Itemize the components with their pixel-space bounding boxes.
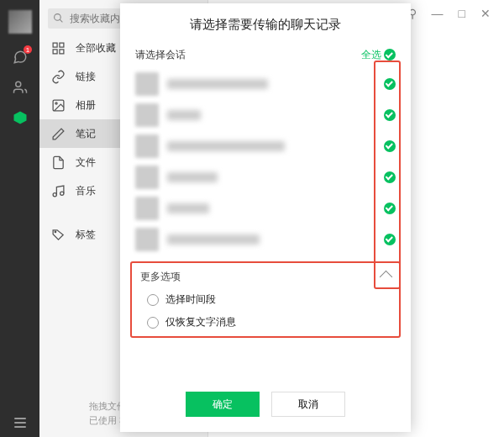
- svg-point-9: [53, 192, 56, 196]
- badge: 1: [24, 45, 32, 54]
- session-item[interactable]: [135, 130, 396, 161]
- tag-icon: [51, 228, 66, 242]
- favorites-icon[interactable]: [0, 103, 39, 133]
- confirm-button[interactable]: 确定: [186, 392, 260, 417]
- svg-rect-4: [60, 43, 64, 47]
- svg-rect-5: [53, 49, 57, 53]
- opt-text-only[interactable]: 仅恢复文字消息: [147, 315, 391, 329]
- svg-point-11: [55, 231, 55, 232]
- sessions-label: 请选择会话: [135, 48, 186, 62]
- file-icon: [51, 155, 66, 170]
- session-item[interactable]: [135, 224, 396, 255]
- more-label: 更多选项: [140, 270, 181, 284]
- app-vertical-bar: 1: [0, 0, 39, 437]
- search-icon: [53, 13, 64, 24]
- svg-point-10: [60, 192, 64, 195]
- svg-rect-3: [53, 43, 57, 47]
- opt-label: 选择时间段: [165, 292, 216, 307]
- session-item[interactable]: [135, 161, 396, 192]
- avatar[interactable]: [8, 10, 32, 34]
- opt-label: 仅恢复文字消息: [165, 315, 236, 329]
- nav-label: 文件: [76, 155, 96, 170]
- nav-label: 相册: [76, 98, 96, 113]
- chevron-up-icon: [380, 271, 393, 284]
- menu-icon[interactable]: [0, 408, 39, 437]
- window-controls: ⚲ — □ ✕: [408, 0, 504, 27]
- check-icon: [384, 140, 396, 152]
- check-icon: [384, 109, 396, 121]
- image-icon: [51, 98, 66, 113]
- transfer-modal: 请选择需要传输的聊天记录 请选择会话 全选 更多选项 选择时间段 仅恢复文字消息…: [120, 3, 411, 432]
- session-list: [120, 65, 411, 256]
- nav-label: 笔记: [76, 127, 96, 141]
- close-icon[interactable]: ✕: [480, 8, 491, 19]
- nav-label: 标签: [76, 228, 96, 242]
- link-icon: [51, 70, 66, 84]
- check-icon: [384, 78, 396, 90]
- radio-icon: [147, 317, 159, 329]
- chat-icon[interactable]: 1: [0, 42, 39, 72]
- svg-point-0: [15, 82, 20, 87]
- maximize-icon[interactable]: □: [459, 8, 465, 19]
- contacts-icon[interactable]: [0, 72, 39, 103]
- nav-label: 全部收藏: [76, 41, 116, 55]
- opt-time-range[interactable]: 选择时间段: [147, 292, 391, 307]
- minimize-icon[interactable]: —: [432, 8, 444, 19]
- session-item[interactable]: [135, 192, 396, 224]
- check-icon: [384, 171, 396, 183]
- modal-title: 请选择需要传输的聊天记录: [120, 17, 411, 33]
- cancel-button[interactable]: 取消: [271, 392, 345, 417]
- check-icon: [384, 49, 396, 61]
- nav-label: 链接: [76, 70, 96, 84]
- check-icon: [384, 234, 396, 245]
- svg-line-2: [60, 19, 62, 22]
- select-all-label: 全选: [361, 48, 381, 62]
- svg-rect-6: [60, 49, 64, 53]
- more-toggle[interactable]: 更多选项: [140, 270, 391, 284]
- session-item[interactable]: [135, 99, 396, 130]
- nav-label: 音乐: [76, 184, 96, 198]
- music-icon: [51, 184, 66, 198]
- edit-icon: [51, 127, 66, 141]
- svg-point-1: [55, 14, 61, 21]
- select-all[interactable]: 全选: [361, 48, 396, 62]
- more-options: 更多选项 选择时间段 仅恢复文字消息: [130, 261, 401, 338]
- grid-icon: [51, 41, 66, 55]
- svg-point-8: [55, 102, 57, 103]
- check-icon: [384, 203, 396, 214]
- radio-icon: [147, 294, 159, 306]
- session-item[interactable]: [135, 68, 396, 99]
